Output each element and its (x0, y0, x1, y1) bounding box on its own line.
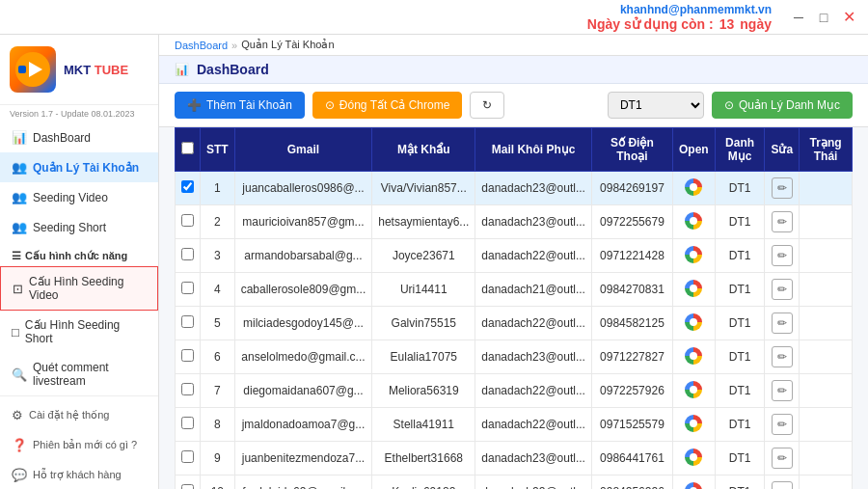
sidebar-item-dashboard[interactable]: 📊 DashBoard (0, 122, 158, 152)
select-all-checkbox[interactable] (181, 142, 194, 154)
close-button[interactable]: ✕ (839, 8, 858, 27)
user-info: khanhnd@phanmemmkt.vn Ngày sử dụng còn :… (587, 3, 772, 32)
edit-button[interactable]: ✏ (772, 380, 793, 401)
cell-open[interactable] (672, 374, 715, 408)
cell-open[interactable] (672, 273, 715, 307)
col-checkbox (176, 128, 201, 172)
row-checkbox[interactable] (181, 214, 194, 227)
edit-button[interactable]: ✏ (772, 177, 793, 199)
cell-matkhau: Meliora56319 (372, 374, 475, 408)
cell-checkbox[interactable] (176, 374, 201, 408)
manage-danhmuc-button[interactable]: ⊙ Quản Lý Danh Mục (712, 92, 853, 119)
close-chrome-button[interactable]: ⊙ Đóng Tất Cả Chrome (312, 92, 462, 119)
sidebar-item-quanly[interactable]: 👥 Quản Lý Tài Khoản (0, 152, 158, 182)
row-checkbox[interactable] (181, 248, 194, 260)
cell-open[interactable] (672, 205, 715, 239)
sidebar-item-cauhinh-seeding-short[interactable]: □ Cấu Hình Seeding Short (0, 311, 158, 353)
row-checkbox[interactable] (181, 315, 194, 328)
sidebar-item-hotro[interactable]: 💬 Hỗ trợ khách hàng (0, 460, 158, 489)
chrome-open-icon[interactable] (685, 381, 702, 398)
cell-checkbox[interactable] (176, 442, 201, 475)
col-open: Open (672, 128, 715, 172)
cell-sua[interactable]: ✏ (765, 239, 800, 273)
col-sua: Sửa (765, 128, 800, 172)
cell-sua[interactable]: ✏ (765, 475, 800, 490)
sidebar-item-caidat[interactable]: ⚙ Cài đặt hệ thống (0, 400, 158, 430)
cell-sua[interactable]: ✏ (765, 172, 800, 205)
cell-stt: 7 (201, 374, 235, 408)
sidebar-item-seeding-short[interactable]: 👥 Seeding Short (0, 212, 158, 242)
cell-checkbox[interactable] (176, 307, 201, 340)
chrome-open-icon[interactable] (685, 347, 702, 365)
sidebar-item-cauhinh-seeding-video[interactable]: ⊡ Cấu Hình Seeding Video (0, 266, 158, 311)
row-checkbox[interactable] (181, 450, 194, 463)
toolbar: ➕ Thêm Tài Khoản ⊙ Đóng Tất Cả Chrome ↻ … (159, 84, 868, 127)
chrome-open-icon[interactable] (685, 482, 702, 490)
minimize-button[interactable]: ─ (789, 8, 808, 27)
cell-checkbox[interactable] (176, 172, 201, 205)
chrome-open-icon[interactable] (685, 212, 702, 230)
cell-sua[interactable]: ✏ (765, 442, 800, 475)
chrome-open-icon[interactable] (685, 415, 702, 432)
sidebar-item-quet-comment[interactable]: 🔍 Quét comment livestream (0, 353, 158, 395)
chrome-open-icon[interactable] (685, 448, 702, 466)
cell-trangthai (800, 374, 853, 408)
table-row: 9 juanbenitezmendoza7... Ethelbert31668 … (176, 442, 853, 475)
row-checkbox[interactable] (181, 417, 194, 429)
row-checkbox[interactable] (181, 349, 194, 362)
cell-sua[interactable]: ✏ (765, 374, 800, 408)
cell-open[interactable] (672, 172, 715, 205)
add-account-button[interactable]: ➕ Thêm Tài Khoản (175, 92, 305, 119)
sidebar-item-seeding-video[interactable]: 👥 Seeding Video (0, 182, 158, 212)
edit-button[interactable]: ✏ (772, 245, 793, 266)
col-danhmuc: Danh Mục (715, 128, 765, 172)
cell-sua[interactable]: ✏ (765, 205, 800, 239)
breadcrumb-home[interactable]: DashBoard (175, 40, 228, 51)
quet-icon: 🔍 (12, 367, 27, 382)
cell-danhmuc: DT1 (715, 408, 765, 442)
chrome-open-icon[interactable] (685, 178, 702, 196)
cell-sodienthoai: 0972255679 (591, 205, 672, 239)
chrome-open-icon[interactable] (685, 280, 702, 297)
row-checkbox[interactable] (181, 282, 194, 294)
cell-sua[interactable]: ✏ (765, 273, 800, 307)
cell-checkbox[interactable] (176, 205, 201, 239)
cell-trangthai (800, 475, 853, 490)
cell-matkhau: Eulalia17075 (372, 340, 475, 374)
cell-checkbox[interactable] (176, 408, 201, 442)
cell-open[interactable] (672, 475, 715, 490)
sidebar-item-phienban[interactable]: ❓ Phiên bản mới có gì ? (0, 430, 158, 460)
cell-open[interactable] (672, 239, 715, 273)
edit-button[interactable]: ✏ (772, 481, 793, 489)
cell-gmail: diegomaidana607@g... (234, 374, 372, 408)
edit-button[interactable]: ✏ (772, 312, 793, 334)
logo-text: MKT TUBE (64, 63, 128, 77)
refresh-button[interactable]: ↻ (470, 92, 504, 119)
cell-checkbox[interactable] (176, 273, 201, 307)
cell-trangthai (800, 340, 853, 374)
row-checkbox[interactable] (181, 484, 194, 489)
chrome-open-icon[interactable] (685, 313, 702, 331)
cell-sua[interactable]: ✏ (765, 408, 800, 442)
cell-sua[interactable]: ✏ (765, 340, 800, 374)
cell-open[interactable] (672, 340, 715, 374)
chrome-open-icon[interactable] (685, 246, 702, 263)
cell-open[interactable] (672, 442, 715, 475)
maximize-button[interactable]: □ (814, 8, 833, 27)
cell-checkbox[interactable] (176, 475, 201, 490)
edit-button[interactable]: ✏ (772, 346, 793, 367)
table-row: 7 diegomaidana607@g... Meliora56319 dana… (176, 374, 853, 408)
row-checkbox[interactable] (181, 383, 194, 395)
search-select[interactable]: DT1 (608, 92, 704, 119)
cell-open[interactable] (672, 307, 715, 340)
table-row: 3 armandobarsabal@g... Joyce23671 danada… (176, 239, 853, 273)
edit-button[interactable]: ✏ (772, 448, 793, 469)
edit-button[interactable]: ✏ (772, 211, 793, 232)
cell-open[interactable] (672, 408, 715, 442)
cell-checkbox[interactable] (176, 239, 201, 273)
row-checkbox[interactable] (181, 180, 194, 193)
edit-button[interactable]: ✏ (772, 279, 793, 300)
cell-checkbox[interactable] (176, 340, 201, 374)
cell-sua[interactable]: ✏ (765, 307, 800, 340)
edit-button[interactable]: ✏ (772, 414, 793, 435)
